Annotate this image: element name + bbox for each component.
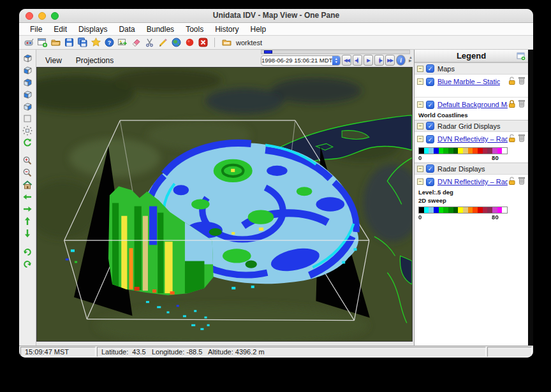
menu-edit[interactable]: Edit: [48, 25, 73, 34]
minimize-window-button[interactable]: [38, 12, 46, 20]
pan-left-icon[interactable]: [22, 191, 34, 203]
perspective-box-icon[interactable]: [22, 113, 34, 124]
collapse-icon[interactable]: −: [417, 78, 423, 85]
pan-up-icon[interactable]: [22, 215, 34, 227]
save-as-icon[interactable]: [77, 37, 88, 48]
cube-top-view-icon[interactable]: [22, 52, 34, 64]
menu-file[interactable]: File: [24, 25, 48, 34]
menu-view[interactable]: View: [45, 56, 62, 66]
blue-marble-checkbox[interactable]: ✓: [426, 78, 434, 86]
time-stepper-icon[interactable]: ▲▼: [332, 55, 340, 66]
legend-title: Legend: [415, 50, 528, 62]
lock-open-icon[interactable]: [508, 76, 516, 87]
menu-bundles[interactable]: Bundles: [141, 25, 180, 34]
step-forward-button[interactable]: ▕▶: [374, 55, 384, 66]
menu-displays[interactable]: Displays: [73, 25, 113, 34]
zoom-window-button[interactable]: [51, 12, 59, 20]
record-icon[interactable]: [184, 37, 195, 48]
new-display-window-icon[interactable]: [36, 37, 48, 48]
edit-pencil-icon[interactable]: [157, 37, 168, 48]
zoom-out-icon[interactable]: [22, 167, 34, 178]
timeline-thumb[interactable]: [264, 50, 272, 54]
cube-bottom-view-icon[interactable]: [22, 64, 34, 76]
home-view-icon[interactable]: [22, 179, 34, 191]
cube-side-view-icon[interactable]: [22, 89, 34, 100]
lock-open-icon[interactable]: [508, 176, 516, 187]
timeline-track[interactable]: [261, 50, 410, 54]
menu-data[interactable]: Data: [113, 25, 140, 34]
trash-icon[interactable]: [518, 99, 525, 110]
go-to-start-button[interactable]: ◀◀: [342, 55, 351, 66]
collapse-icon[interactable]: −: [417, 123, 423, 129]
menu-help[interactable]: Help: [244, 25, 272, 34]
collapse-icon[interactable]: −: [417, 66, 423, 72]
help-icon[interactable]: ?: [103, 37, 115, 48]
app-window: Unidata IDV - Map View - One Pane File E…: [19, 9, 533, 358]
group-label: Maps: [437, 65, 455, 73]
background-maps-link[interactable]: Default Background Maps: [437, 101, 508, 108]
time-select-combo[interactable]: 1998-06-29 15:06:21 MDT ▲▼: [261, 55, 341, 66]
title-bar[interactable]: Unidata IDV - Map View - One Pane: [19, 9, 533, 23]
exit-icon[interactable]: [197, 37, 209, 48]
menu-projections[interactable]: Projections: [76, 56, 114, 66]
group-label: Radar Grid Displays: [437, 122, 500, 130]
radar-displays-checkbox[interactable]: ✓: [426, 164, 434, 173]
lock-closed-icon[interactable]: [508, 99, 516, 110]
cube-right-view-icon[interactable]: [22, 101, 34, 112]
collapse-icon[interactable]: −: [417, 136, 423, 142]
splitter-collapse-icon[interactable]: ▲▶: [409, 56, 413, 62]
collapse-icon[interactable]: −: [417, 166, 423, 172]
map-3d-view[interactable]: [36, 67, 413, 342]
menu-history[interactable]: History: [209, 25, 244, 34]
trash-icon[interactable]: [518, 176, 525, 187]
dvn-sweep-link[interactable]: DVN Reflectivity – Rada...: [437, 178, 508, 185]
cube-front-view-icon[interactable]: [22, 76, 34, 88]
dvn-grid-checkbox[interactable]: ✓: [426, 135, 434, 143]
float-legend-icon[interactable]: [517, 52, 525, 63]
collapse-icon[interactable]: −: [417, 101, 423, 108]
collapse-icon[interactable]: −: [417, 178, 423, 185]
close-window-button[interactable]: [26, 12, 33, 20]
rotate-view-icon[interactable]: [22, 125, 34, 136]
workspace-folder-icon[interactable]: [221, 37, 232, 48]
auto-rotate-icon[interactable]: [22, 137, 34, 149]
export-image-icon[interactable]: [117, 37, 128, 48]
dvn-grid-link[interactable]: DVN Reflectivity – Rada...: [437, 135, 508, 143]
lock-open-icon[interactable]: [508, 133, 516, 145]
workspace-label[interactable]: worktest: [236, 39, 262, 47]
eraser-icon[interactable]: [130, 37, 142, 48]
zoom-in-icon[interactable]: [22, 155, 34, 166]
group-label: Radar Displays: [437, 165, 485, 173]
menu-tools[interactable]: Tools: [180, 25, 209, 34]
step-back-button[interactable]: ◀▏: [353, 55, 362, 66]
trash-icon[interactable]: [518, 133, 525, 145]
dvn-sweep-checkbox[interactable]: ✓: [426, 178, 434, 186]
main-area: View Projections 1998-06-29 15:06:21 MDT…: [19, 50, 533, 345]
sweep-type-label: 2D sweep: [415, 197, 528, 205]
open-bundle-icon[interactable]: [50, 37, 61, 48]
cut-icon[interactable]: [143, 37, 155, 48]
redo-icon[interactable]: [22, 258, 34, 269]
legend-group-maps: − ✓ Maps: [415, 62, 528, 75]
globe-icon[interactable]: [170, 37, 182, 48]
undo-icon[interactable]: [22, 245, 34, 257]
legend-group-radar-grid: − ✓ Radar Grid Displays: [415, 120, 528, 132]
colorbar-radar-sweep[interactable]: 0 80: [415, 205, 528, 222]
go-to-end-button[interactable]: ▶▶: [385, 55, 395, 66]
favorites-star-icon[interactable]: [90, 37, 101, 48]
colorbar-min: 0: [418, 214, 422, 221]
dashboard-icon[interactable]: [23, 37, 34, 48]
colorbar-radar-grid[interactable]: 0 80: [415, 146, 528, 163]
pan-down-icon[interactable]: [22, 228, 34, 239]
colorbar-min: 0: [418, 154, 422, 161]
background-maps-checkbox[interactable]: ✓: [426, 101, 434, 109]
trash-icon[interactable]: [518, 76, 525, 87]
save-bundle-icon[interactable]: [63, 37, 75, 48]
radar-grid-checkbox[interactable]: ✓: [426, 122, 434, 130]
legend-item-dvn-sweep: − ✓ DVN Reflectivity – Rada...: [415, 175, 528, 189]
blue-marble-link[interactable]: Blue Marble – Static: [437, 78, 500, 85]
pan-right-icon[interactable]: [22, 203, 34, 215]
maps-visibility-checkbox[interactable]: ✓: [426, 64, 434, 73]
animation-properties-button[interactable]: i: [396, 55, 406, 66]
play-button[interactable]: ▶: [364, 55, 373, 66]
